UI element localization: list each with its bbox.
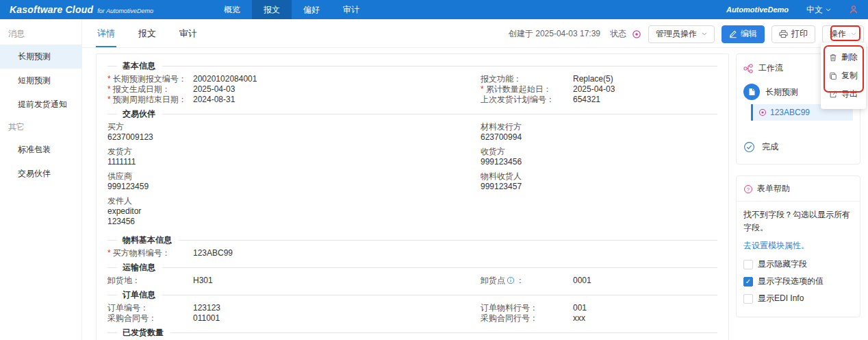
field-value: 2025-04-03 xyxy=(193,84,235,95)
field-group: 物料收货人999123457 xyxy=(481,171,522,192)
field-label-text: 报文生成日期 xyxy=(113,84,162,95)
form-field: 发件人expeditor123456 xyxy=(107,196,481,227)
copy-icon xyxy=(829,72,837,80)
nav-item-审计[interactable]: 审计 xyxy=(331,0,371,19)
sidebar-item-短期预测[interactable]: 短期预测 xyxy=(0,69,81,93)
form-field: *长期预测报文编号：20020102084001 xyxy=(107,74,481,84)
user-avatar-icon[interactable] xyxy=(849,5,858,14)
form-field: 卸货地：H301 xyxy=(107,276,481,286)
workflow-icon xyxy=(743,64,753,73)
form-row: 供应商999123459物料收货人999123457 xyxy=(107,171,717,196)
checkbox-显示EDI Info[interactable]: 显示EDI Info xyxy=(743,293,853,304)
section-header-订单信息: 订单信息 xyxy=(107,289,717,301)
required-asterisk: * xyxy=(107,74,111,84)
top-app-bar: Kasoftware Cloud for AutomotiveDemo 概览报文… xyxy=(0,0,868,19)
sidebar-item-标准包装[interactable]: 标准包装 xyxy=(0,138,81,162)
field-label-text: 报文功能 xyxy=(481,74,513,84)
admin-actions-dropdown-button[interactable]: 管理员操作 xyxy=(648,25,715,43)
field-colon: ： xyxy=(132,276,140,286)
actions-dropdown-button[interactable]: 操作 xyxy=(822,25,864,43)
tab-报文[interactable]: 报文 xyxy=(137,25,157,47)
document-icon xyxy=(743,84,760,100)
field-group: 买方6237009123 xyxy=(107,122,153,143)
legend-dash xyxy=(107,114,117,114)
field-colon: ： xyxy=(162,248,170,258)
edit-button[interactable]: 编辑 xyxy=(722,25,765,43)
legend-dash xyxy=(107,66,117,66)
chevron-down-icon xyxy=(826,8,831,12)
form-help-title: 表单帮助 xyxy=(757,183,790,195)
export-icon xyxy=(829,90,837,99)
legend-line xyxy=(162,267,717,268)
field-colon: ： xyxy=(546,95,554,105)
sidebar-item-提前发货通知[interactable]: 提前发货通知 xyxy=(0,93,81,117)
admin-actions-label: 管理员操作 xyxy=(656,28,697,40)
field-value: H301 xyxy=(193,276,213,286)
field-value: 654321 xyxy=(573,95,600,105)
section-header-基本信息: 基本信息 xyxy=(107,60,717,72)
menu-item-删除[interactable]: 删除 xyxy=(821,48,866,66)
printer-icon xyxy=(779,29,788,38)
checkbox-unchecked-icon[interactable] xyxy=(743,294,753,304)
menu-item-导出[interactable]: 导出 xyxy=(821,85,866,104)
field-label: 材料发行方 xyxy=(481,122,522,132)
checkbox-unchecked-icon[interactable] xyxy=(743,260,753,269)
edit-icon xyxy=(729,30,737,38)
field-label: 物料收货人 xyxy=(481,171,522,182)
tab-详情[interactable]: 详情 xyxy=(96,25,116,47)
nav-item-偏好[interactable]: 偏好 xyxy=(292,0,331,19)
section-header-交易伙伴: 交易伙伴 xyxy=(107,108,717,120)
checkbox-显示字段选项的值[interactable]: ✓显示字段选项的值 xyxy=(743,276,853,287)
field-group: 发货方1111111 xyxy=(107,147,136,167)
legend-line xyxy=(162,114,717,114)
actions-label: 操作 xyxy=(830,28,846,40)
nav-item-概览[interactable]: 概览 xyxy=(212,0,252,19)
tab-审计[interactable]: 审计 xyxy=(178,25,199,47)
field-value: 2025-04-03 xyxy=(573,84,615,95)
checkbox-checked-icon[interactable]: ✓ xyxy=(743,277,753,287)
form-row: 买方6237009123材料发行方623700994 xyxy=(107,122,717,147)
status-icon xyxy=(632,29,641,39)
tenant-name: AutomotiveDemo xyxy=(726,5,789,14)
print-label: 打印 xyxy=(791,28,808,40)
forecast-detail-form: 基本信息*长期预测报文编号：20020102084001报文功能：Replace… xyxy=(96,53,729,340)
print-button[interactable]: 打印 xyxy=(771,25,815,43)
left-sidebar: 消息长期预测短期预测提前发货通知其它标准包装交易伙伴 xyxy=(0,19,82,340)
checkbox-label: 显示字段选项的值 xyxy=(758,276,824,287)
legend-dash xyxy=(107,332,117,333)
field-group: 供应商999123459 xyxy=(107,171,149,192)
check-circle-icon xyxy=(743,141,755,153)
section-title: 交易伙伴 xyxy=(123,108,162,120)
language-selector[interactable]: 中文 xyxy=(806,4,831,16)
section-title: 基本信息 xyxy=(123,60,162,72)
module-settings-link[interactable]: 去设置模块属性。 xyxy=(743,240,853,252)
field-value: 123123 xyxy=(193,303,220,313)
info-icon[interactable] xyxy=(505,276,516,286)
form-field: *买方物料编号：123ABC99 xyxy=(107,248,481,258)
field-label: 发货方 xyxy=(107,147,136,157)
required-asterisk: * xyxy=(107,248,111,258)
field-label: 供应商 xyxy=(107,171,149,182)
field-colon: ： xyxy=(530,303,538,313)
nav-item-报文[interactable]: 报文 xyxy=(252,0,292,19)
sidebar-item-长期预测[interactable]: 长期预测 xyxy=(0,45,81,69)
form-field: 材料发行方623700994 xyxy=(481,122,717,143)
field-label-text: 卸货地 xyxy=(107,276,132,286)
field-label: 订单编号： xyxy=(107,303,193,313)
form-help-hint: 找不到字段？勾选以显示所有字段。 xyxy=(743,208,853,234)
main-content: 详情报文审计 创建于 2025-04-03 17:39 状态 管理员操作 编辑 xyxy=(82,19,868,340)
checkbox-显示隐藏字段[interactable]: 显示隐藏字段 xyxy=(743,258,853,270)
top-navigation: 概览报文偏好审计 xyxy=(212,0,371,19)
section-header-已发货数量: 已发货数量 xyxy=(107,327,717,339)
menu-item-复制[interactable]: 复制 xyxy=(821,66,866,85)
field-label: 上次发货计划编号： xyxy=(481,95,573,105)
form-field: *预测周期结束日期：2024-08-31 xyxy=(107,95,481,105)
form-help-card: ? 表单帮助 找不到字段？勾选以显示所有字段。 去设置模块属性。 显示隐藏字段✓… xyxy=(736,175,860,317)
created-timestamp: 创建于 2025-04-03 17:39 xyxy=(509,28,600,40)
field-value: 011001 xyxy=(193,313,220,324)
field-label-text: 采购合同号 xyxy=(107,313,149,324)
field-label: *长期预测报文编号： xyxy=(107,74,193,84)
field-value: 623700994 xyxy=(481,132,522,143)
sidebar-item-交易伙伴[interactable]: 交易伙伴 xyxy=(0,162,81,186)
field-label: *预测周期结束日期： xyxy=(107,95,193,105)
